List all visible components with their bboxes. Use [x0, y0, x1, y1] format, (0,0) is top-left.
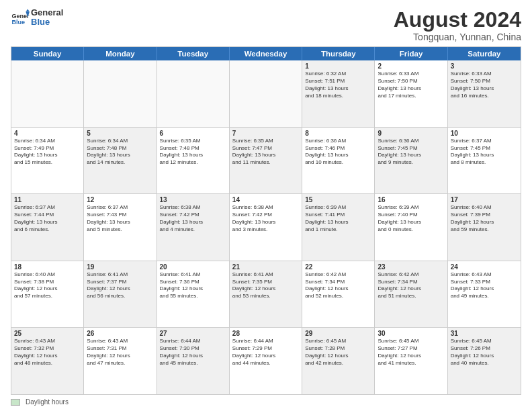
- calendar-header-thursday: Thursday: [302, 47, 375, 60]
- calendar-cell: 5Sunrise: 6:34 AM Sunset: 7:48 PM Daylig…: [84, 128, 157, 194]
- calendar-cell: 2Sunrise: 6:33 AM Sunset: 7:50 PM Daylig…: [375, 60, 447, 127]
- calendar-week-3: 18Sunrise: 6:40 AM Sunset: 7:38 PM Dayli…: [11, 261, 521, 328]
- calendar-cell: 12Sunrise: 6:37 AM Sunset: 7:43 PM Dayli…: [84, 194, 157, 261]
- calendar-cell: 10Sunrise: 6:37 AM Sunset: 7:45 PM Dayli…: [448, 128, 521, 194]
- day-info: Sunrise: 6:36 AM Sunset: 7:46 PM Dayligh…: [305, 138, 371, 167]
- day-number: 15: [305, 196, 371, 203]
- day-number: 6: [160, 130, 226, 137]
- day-number: 11: [14, 196, 81, 203]
- day-info: Sunrise: 6:34 AM Sunset: 7:49 PM Dayligh…: [14, 138, 81, 167]
- day-info: Sunrise: 6:38 AM Sunset: 7:42 PM Dayligh…: [232, 204, 299, 233]
- title-block: August 2024 Tongquan, Yunnan, China: [394, 8, 521, 42]
- legend-box: [11, 399, 20, 406]
- calendar-header-friday: Friday: [375, 47, 447, 60]
- day-number: 3: [451, 62, 518, 70]
- calendar-week-0: 1Sunrise: 6:32 AM Sunset: 7:51 PM Daylig…: [11, 60, 521, 128]
- day-number: 5: [87, 130, 153, 137]
- day-number: 4: [14, 130, 81, 137]
- day-info: Sunrise: 6:38 AM Sunset: 7:42 PM Dayligh…: [160, 204, 226, 233]
- day-info: Sunrise: 6:37 AM Sunset: 7:43 PM Dayligh…: [87, 204, 153, 233]
- day-number: 2: [378, 62, 444, 70]
- calendar-cell: 21Sunrise: 6:41 AM Sunset: 7:35 PM Dayli…: [230, 261, 302, 328]
- day-number: 26: [87, 330, 153, 337]
- day-info: Sunrise: 6:42 AM Sunset: 7:34 PM Dayligh…: [305, 271, 371, 300]
- day-info: Sunrise: 6:35 AM Sunset: 7:47 PM Dayligh…: [232, 138, 299, 167]
- calendar-cell: 15Sunrise: 6:39 AM Sunset: 7:41 PM Dayli…: [302, 194, 375, 261]
- svg-marker-3: [26, 9, 30, 12]
- day-info: Sunrise: 6:34 AM Sunset: 7:48 PM Dayligh…: [87, 138, 153, 167]
- calendar-cell: 18Sunrise: 6:40 AM Sunset: 7:38 PM Dayli…: [11, 261, 84, 328]
- calendar-cell: 11Sunrise: 6:37 AM Sunset: 7:44 PM Dayli…: [11, 194, 84, 261]
- day-info: Sunrise: 6:33 AM Sunset: 7:50 PM Dayligh…: [451, 71, 518, 99]
- day-number: 8: [305, 130, 371, 137]
- day-info: Sunrise: 6:41 AM Sunset: 7:37 PM Dayligh…: [87, 271, 153, 300]
- day-number: 12: [87, 196, 153, 203]
- day-number: 22: [305, 263, 371, 271]
- day-number: 28: [232, 330, 299, 337]
- calendar-cell: [11, 60, 84, 127]
- logo-icon: General Blue: [11, 8, 30, 27]
- calendar: SundayMondayTuesdayWednesdayThursdayFrid…: [11, 46, 521, 395]
- calendar-cell: [230, 60, 302, 127]
- logo-text: General Blue: [31, 8, 63, 28]
- day-info: Sunrise: 6:45 AM Sunset: 7:27 PM Dayligh…: [378, 338, 444, 367]
- calendar-cell: [157, 60, 230, 127]
- day-info: Sunrise: 6:40 AM Sunset: 7:38 PM Dayligh…: [14, 271, 81, 300]
- calendar-cell: 22Sunrise: 6:42 AM Sunset: 7:34 PM Dayli…: [302, 261, 375, 328]
- calendar-cell: 25Sunrise: 6:43 AM Sunset: 7:32 PM Dayli…: [11, 328, 84, 394]
- day-info: Sunrise: 6:44 AM Sunset: 7:30 PM Dayligh…: [160, 338, 226, 367]
- calendar-cell: 19Sunrise: 6:41 AM Sunset: 7:37 PM Dayli…: [84, 261, 157, 328]
- day-info: Sunrise: 6:41 AM Sunset: 7:36 PM Dayligh…: [160, 271, 226, 300]
- day-number: 1: [305, 62, 371, 70]
- day-info: Sunrise: 6:43 AM Sunset: 7:33 PM Dayligh…: [451, 271, 518, 300]
- day-number: 18: [14, 263, 81, 271]
- calendar-cell: 27Sunrise: 6:44 AM Sunset: 7:30 PM Dayli…: [157, 328, 230, 394]
- calendar-header-tuesday: Tuesday: [157, 47, 230, 60]
- header: General Blue General Blue August 2024 To…: [11, 8, 521, 42]
- day-number: 10: [451, 130, 518, 137]
- page: General Blue General Blue August 2024 To…: [0, 0, 532, 411]
- day-info: Sunrise: 6:33 AM Sunset: 7:50 PM Dayligh…: [378, 71, 444, 99]
- day-info: Sunrise: 6:32 AM Sunset: 7:51 PM Dayligh…: [305, 71, 371, 99]
- logo: General Blue General Blue: [11, 8, 63, 28]
- calendar-cell: 30Sunrise: 6:45 AM Sunset: 7:27 PM Dayli…: [375, 328, 447, 394]
- day-number: 13: [160, 196, 226, 203]
- day-info: Sunrise: 6:36 AM Sunset: 7:45 PM Dayligh…: [378, 138, 444, 167]
- day-number: 20: [160, 263, 226, 271]
- calendar-cell: 14Sunrise: 6:38 AM Sunset: 7:42 PM Dayli…: [230, 194, 302, 261]
- calendar-header-sunday: Sunday: [11, 47, 84, 60]
- main-title: August 2024: [394, 8, 521, 32]
- legend-label: Daylight hours: [26, 398, 69, 406]
- day-number: 14: [232, 196, 299, 203]
- day-number: 31: [451, 330, 518, 337]
- calendar-cell: 9Sunrise: 6:36 AM Sunset: 7:45 PM Daylig…: [375, 128, 447, 194]
- calendar-header-wednesday: Wednesday: [230, 47, 302, 60]
- day-number: 7: [232, 130, 299, 137]
- calendar-cell: 8Sunrise: 6:36 AM Sunset: 7:46 PM Daylig…: [302, 128, 375, 194]
- calendar-cell: 17Sunrise: 6:40 AM Sunset: 7:39 PM Dayli…: [448, 194, 521, 261]
- day-info: Sunrise: 6:43 AM Sunset: 7:31 PM Dayligh…: [87, 338, 153, 367]
- logo-general-text: General: [31, 8, 63, 17]
- calendar-cell: 4Sunrise: 6:34 AM Sunset: 7:49 PM Daylig…: [11, 128, 84, 194]
- day-info: Sunrise: 6:37 AM Sunset: 7:44 PM Dayligh…: [14, 204, 81, 233]
- footer: Daylight hours: [11, 398, 521, 406]
- day-number: 23: [378, 263, 444, 271]
- calendar-cell: 13Sunrise: 6:38 AM Sunset: 7:42 PM Dayli…: [157, 194, 230, 261]
- calendar-cell: 16Sunrise: 6:39 AM Sunset: 7:40 PM Dayli…: [375, 194, 447, 261]
- day-number: 19: [87, 263, 153, 271]
- day-info: Sunrise: 6:45 AM Sunset: 7:28 PM Dayligh…: [305, 338, 371, 367]
- calendar-cell: [84, 60, 157, 127]
- calendar-cell: 3Sunrise: 6:33 AM Sunset: 7:50 PM Daylig…: [448, 60, 521, 127]
- day-number: 24: [451, 263, 518, 271]
- day-info: Sunrise: 6:39 AM Sunset: 7:40 PM Dayligh…: [378, 204, 444, 233]
- logo-blue-text: Blue: [31, 17, 63, 27]
- day-info: Sunrise: 6:43 AM Sunset: 7:32 PM Dayligh…: [14, 338, 81, 367]
- day-number: 30: [378, 330, 444, 337]
- calendar-cell: 6Sunrise: 6:35 AM Sunset: 7:48 PM Daylig…: [157, 128, 230, 194]
- calendar-body: 1Sunrise: 6:32 AM Sunset: 7:51 PM Daylig…: [11, 60, 521, 394]
- calendar-cell: 26Sunrise: 6:43 AM Sunset: 7:31 PM Dayli…: [84, 328, 157, 394]
- calendar-cell: 24Sunrise: 6:43 AM Sunset: 7:33 PM Dayli…: [448, 261, 521, 328]
- calendar-week-1: 4Sunrise: 6:34 AM Sunset: 7:49 PM Daylig…: [11, 128, 521, 195]
- calendar-week-4: 25Sunrise: 6:43 AM Sunset: 7:32 PM Dayli…: [11, 328, 521, 394]
- day-number: 27: [160, 330, 226, 337]
